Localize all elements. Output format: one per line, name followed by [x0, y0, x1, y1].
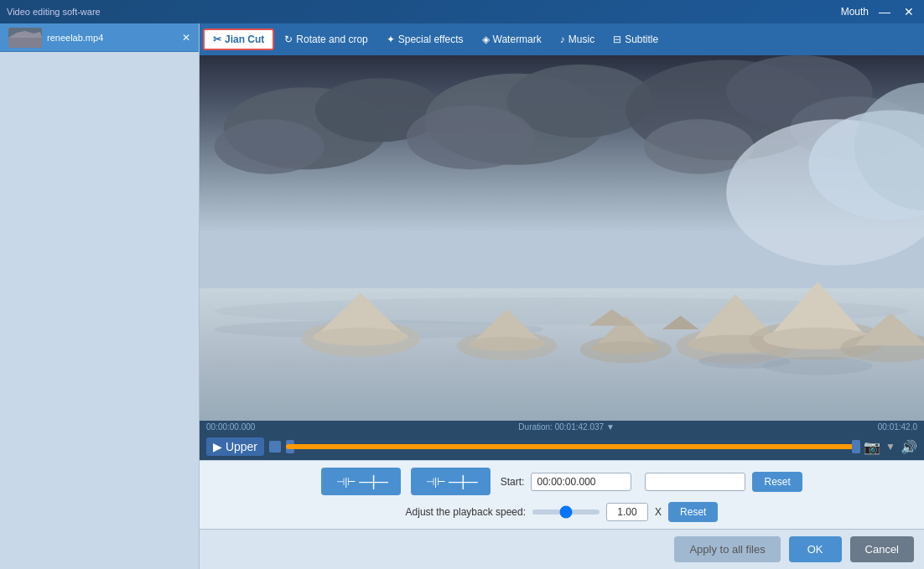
speed-label: Adjust the playback speed: — [406, 506, 526, 518]
tab-music-label: Music — [568, 34, 594, 45]
tab-subtitle-label: Subtitle — [625, 34, 658, 45]
timeline-track[interactable] — [286, 444, 860, 449]
file-name: reneelab.mp4 — [47, 33, 177, 43]
end-time-input[interactable] — [645, 473, 745, 491]
svg-rect-1 — [8, 38, 42, 48]
tab-effects[interactable]: ✦ Special effects — [378, 30, 472, 49]
start-time-input[interactable] — [531, 473, 631, 491]
video-preview — [200, 55, 924, 421]
title-bar-controls: Mouth — ✕ — [841, 5, 917, 18]
apply-all-button[interactable]: Apply to all files — [674, 536, 780, 562]
tab-music[interactable]: ♪ Music — [552, 30, 603, 49]
timeline-handle-right[interactable] — [852, 440, 860, 453]
svg-point-22 — [314, 328, 408, 346]
main-container: reneelab.mp4 ✕ ✂ Jian Cut ↻ Rotate and c… — [0, 23, 924, 569]
tab-jiancut-label: Jian Cut — [225, 34, 264, 45]
segment-indicator — [269, 441, 281, 453]
title-bar-left: Video editing soft-ware — [7, 7, 101, 17]
play-button[interactable]: ▶ Upper — [206, 437, 264, 456]
segment-start-icon: ⊣|⊢ — [336, 476, 356, 488]
music-icon: ♪ — [560, 34, 565, 45]
start-label: Start: — [501, 476, 525, 488]
segment-end-label: —|— — [449, 473, 475, 490]
bottom-actions: Apply to all files OK Cancel — [200, 529, 924, 569]
segment-start-label: —|— — [359, 473, 386, 490]
title-bar: Video editing soft-ware Mouth — ✕ — [0, 0, 924, 23]
ok-button[interactable]: OK — [789, 536, 842, 562]
segment-end-icon: ⊣|⊢ — [426, 476, 445, 488]
svg-point-40 — [763, 357, 873, 375]
svg-point-28 — [591, 341, 661, 354]
watermark-icon: ◈ — [482, 34, 490, 45]
speed-reset-button[interactable]: Reset — [668, 502, 718, 522]
duration-marker: ▼ — [606, 422, 615, 432]
time-end-display: 00:01:42.0 — [878, 422, 917, 432]
app-title: Video editing soft-ware — [7, 7, 101, 17]
dropdown-icon[interactable]: ▼ — [885, 441, 895, 453]
volume-icon[interactable]: 🔊 — [901, 439, 917, 455]
tab-effects-label: Special effects — [398, 34, 464, 45]
tab-rotate[interactable]: ↻ Rotate and crop — [276, 30, 376, 49]
duration-text: Duration: 00:01:42.037 — [518, 422, 604, 432]
speed-row: Adjust the playback speed: X Reset — [210, 502, 914, 522]
left-panel: reneelab.mp4 ✕ — [0, 23, 200, 569]
minimize-button[interactable]: — — [875, 5, 894, 18]
reset-button[interactable]: Reset — [752, 472, 802, 492]
rotate-icon: ↻ — [284, 34, 293, 45]
speed-slider[interactable] — [532, 510, 600, 515]
segment-buttons-row: ⊣|⊢ —|— ⊣|⊢ —|— Start: Reset — [210, 468, 914, 495]
tab-jiancut[interactable]: ✂ Jian Cut — [203, 28, 274, 50]
file-close-button[interactable]: ✕ — [182, 32, 190, 44]
svg-point-9 — [407, 106, 535, 169]
subtitle-icon: ⊟ — [613, 34, 621, 45]
timeline-bar-container[interactable] — [286, 440, 860, 453]
speed-unit: X — [655, 506, 662, 518]
tab-bar: ✂ Jian Cut ↻ Rotate and crop ✦ Special e… — [200, 23, 924, 55]
time-display-row: 00:00:00.000 Duration: 00:01:42.037 ▼ 00… — [200, 421, 924, 433]
timeline-icons: 📷 ▼ 🔊 — [864, 439, 917, 455]
tab-watermark-label: Watermark — [493, 34, 542, 45]
file-thumbnail — [8, 28, 42, 48]
segment-start-button[interactable]: ⊣|⊢ —|— — [321, 468, 401, 495]
controls-area: ⊣|⊢ —|— ⊣|⊢ —|— Start: Reset Adjust the … — [200, 460, 924, 529]
window-title: Mouth — [841, 6, 869, 18]
timeline-area: ▶ Upper 📷 ▼ 🔊 — [200, 433, 924, 460]
effects-icon: ✦ — [387, 34, 395, 45]
svg-point-25 — [469, 337, 546, 351]
svg-point-6 — [215, 119, 324, 173]
time-inputs-row: Start: Reset — [501, 472, 802, 492]
time-start-display: 00:00:00.000 — [206, 422, 255, 432]
close-button[interactable]: ✕ — [901, 5, 917, 18]
cancel-button[interactable]: Cancel — [850, 536, 914, 562]
video-area: ✂ Jian Cut ↻ Rotate and crop ✦ Special e… — [200, 23, 924, 569]
screenshot-icon[interactable]: 📷 — [864, 439, 880, 455]
segment-end-button[interactable]: ⊣|⊢ —|— — [411, 468, 491, 495]
jiancut-icon: ✂ — [213, 34, 221, 45]
file-tab: reneelab.mp4 ✕ — [0, 23, 199, 52]
tab-rotate-label: Rotate and crop — [296, 34, 367, 45]
speed-value-input[interactable] — [606, 503, 648, 521]
file-list-area — [0, 52, 199, 569]
tab-subtitle[interactable]: ⊟ Subtitle — [605, 30, 667, 49]
duration-display: Duration: 00:01:42.037 ▼ — [518, 422, 614, 432]
tab-watermark[interactable]: ◈ Watermark — [474, 30, 550, 49]
